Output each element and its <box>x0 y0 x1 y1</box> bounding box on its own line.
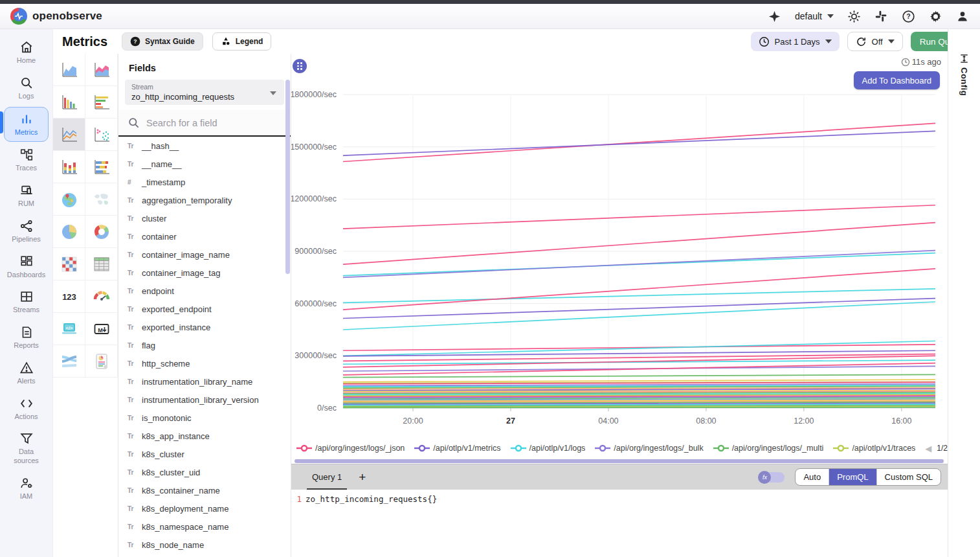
field-item[interactable]: Trcontainer_image_tag <box>118 264 291 282</box>
field-item[interactable]: #_timestamp <box>118 173 291 191</box>
sidebar-item-pipelines[interactable]: Pipelines <box>4 214 49 249</box>
series-line <box>343 123 935 161</box>
sidebar-item-home[interactable]: Home <box>4 36 49 70</box>
query-mode-promql[interactable]: PromQL <box>829 469 876 485</box>
chart-type-geomap-icon[interactable] <box>53 183 85 216</box>
syntax-guide-button[interactable]: ? Syntax Guide <box>122 32 203 51</box>
query-mode-auto[interactable]: Auto <box>796 469 829 485</box>
sparkle-icon[interactable] <box>768 9 782 23</box>
chart-type-panel: 123</>M <box>53 54 118 557</box>
sidebar-item-traces[interactable]: Traces <box>4 143 49 177</box>
field-item[interactable]: Trinstrumentation_library_version <box>118 391 291 409</box>
chart-type-custom-icon[interactable] <box>85 345 118 378</box>
sidebar-item-data-sources[interactable]: Data sources <box>4 427 49 470</box>
chart-type-line-icon[interactable] <box>53 119 85 151</box>
field-item[interactable]: Trk8s_deployment_name <box>118 499 291 517</box>
settings-gear-icon[interactable] <box>928 9 942 23</box>
time-range-selector[interactable]: Past 1 Days <box>751 32 840 51</box>
add-query-button[interactable]: + <box>359 470 366 484</box>
theme-sun-icon[interactable] <box>847 9 861 23</box>
field-item[interactable]: Trendpoint <box>118 282 291 300</box>
chart-type-donut-icon[interactable] <box>85 216 118 248</box>
legend-item[interactable]: /api/otlp/v1/traces <box>833 444 915 453</box>
chart-type-maps-icon[interactable] <box>85 183 118 216</box>
legend-button[interactable]: Legend <box>212 32 272 51</box>
chart-type-heatmap-icon[interactable] <box>53 248 85 280</box>
org-selector[interactable]: default <box>795 11 834 21</box>
chart-type-stacked_bar-icon[interactable] <box>53 151 85 183</box>
field-item[interactable]: Trexported_endpoint <box>118 300 291 318</box>
field-item[interactable]: Trcontainer <box>118 227 291 245</box>
query-mode-custom-sql[interactable]: Custom SQL <box>876 469 941 485</box>
field-item[interactable]: Tris_monotonic <box>118 409 291 427</box>
chart-type-h_bar-icon[interactable] <box>85 86 118 119</box>
field-item[interactable]: Trk8s_cluster_uid <box>118 463 291 481</box>
sidebar-item-label: Streams <box>13 306 39 315</box>
legend-prev-icon[interactable]: ◀ <box>925 444 931 453</box>
chart-type-h_stacked-icon[interactable] <box>85 151 118 183</box>
chart-type-metric-icon[interactable]: 123 <box>53 280 85 313</box>
chart-type-area-icon[interactable] <box>53 54 85 86</box>
stream-selector[interactable]: Stream zo_http_incoming_requests <box>125 80 284 105</box>
slack-icon[interactable] <box>874 9 888 23</box>
field-name: k8s_cluster_uid <box>142 468 200 477</box>
field-item[interactable]: Trk8s_cluster <box>118 445 291 463</box>
sidebar-item-metrics[interactable]: Metrics <box>4 107 49 142</box>
query-tab[interactable]: Query 1 <box>309 464 344 490</box>
field-item[interactable]: Trcontainer_image_name <box>118 245 291 264</box>
field-item[interactable]: Trcluster <box>118 209 291 227</box>
legend-item[interactable]: /api/otlp/v1/metrics <box>414 444 500 453</box>
panel-drag-handle-icon[interactable] <box>293 59 307 73</box>
sidebar-item-dashboards[interactable]: Dashboards <box>4 250 49 284</box>
sidebar-item-streams[interactable]: Streams <box>4 285 49 319</box>
field-item[interactable]: Trinstrumentation_library_name <box>118 372 291 391</box>
legend-item[interactable]: /api/org/ingest/logs/_json <box>296 444 405 453</box>
actions-icon <box>19 396 34 411</box>
sidebar-item-iam[interactable]: IAM <box>4 472 49 506</box>
sidebar-item-actions[interactable]: Actions <box>4 392 49 426</box>
horizontal-scrollbar[interactable] <box>295 459 944 463</box>
chart-type-table-icon[interactable] <box>85 248 118 280</box>
legend-item[interactable]: /api/org/ingest/logs/_multi <box>713 444 824 453</box>
sidebar-item-rum[interactable]: RUM <box>4 179 49 213</box>
user-icon[interactable] <box>955 9 970 23</box>
field-item[interactable]: Trk8s_pod_name <box>118 554 291 557</box>
vrl-function-toggle[interactable]: fx <box>760 472 785 483</box>
query-text[interactable]: zo_http_incoming_requests{} <box>306 494 437 505</box>
chart-type-bar-icon[interactable] <box>53 86 85 119</box>
query-editor[interactable]: 1 zo_http_incoming_requests{} <box>291 490 948 557</box>
config-tab[interactable]: Config <box>948 54 980 96</box>
field-item[interactable]: Traggregation_temporality <box>118 191 291 209</box>
field-item[interactable]: Trhttp_scheme <box>118 354 291 372</box>
text-field-icon: Tr <box>128 324 142 331</box>
field-item[interactable]: Tr__hash__ <box>118 137 291 155</box>
refresh-interval-selector[interactable]: Off <box>847 32 903 51</box>
field-search-input[interactable] <box>146 118 269 128</box>
chart-type-sankey-icon[interactable] <box>53 345 85 378</box>
chart-type-area_stacked-icon[interactable] <box>85 54 118 86</box>
field-item[interactable]: Tr__name__ <box>118 155 291 173</box>
sidebar-item-logs[interactable]: Logs <box>4 71 49 106</box>
chart-type-pie-icon[interactable] <box>53 216 85 248</box>
field-item[interactable]: Trk8s_container_name <box>118 481 291 499</box>
reports-icon <box>19 325 34 339</box>
sidebar-item-reports[interactable]: Reports <box>4 321 49 355</box>
fields-scrollbar[interactable] <box>285 80 290 274</box>
field-item[interactable]: Trk8s_app_instance <box>118 427 291 445</box>
field-item[interactable]: Trk8s_node_name <box>118 536 291 554</box>
sidebar-item-alerts[interactable]: Alerts <box>4 356 49 391</box>
add-to-dashboard-button[interactable]: Add To Dashboard <box>854 71 940 89</box>
field-item[interactable]: Trflag <box>118 336 291 354</box>
text-field-icon: Tr <box>128 505 142 512</box>
legend-item[interactable]: /api/otlp/v1/logs <box>511 444 586 453</box>
brand-logo[interactable]: openobserve <box>10 8 102 25</box>
chart-type-gauge-icon[interactable] <box>85 280 118 313</box>
chart-type-scatter-icon[interactable] <box>85 119 118 151</box>
chart-type-html-icon[interactable]: </> <box>53 313 85 345</box>
help-icon[interactable]: ? <box>901 9 915 23</box>
chart-type-markdown-icon[interactable]: M <box>85 313 118 345</box>
field-item[interactable]: Trk8s_namespace_name <box>118 517 291 536</box>
legend-item[interactable]: /api/org/ingest/logs/_bulk <box>595 444 703 453</box>
field-item[interactable]: Trexported_instance <box>118 318 291 336</box>
stream-label: Stream <box>131 83 278 91</box>
